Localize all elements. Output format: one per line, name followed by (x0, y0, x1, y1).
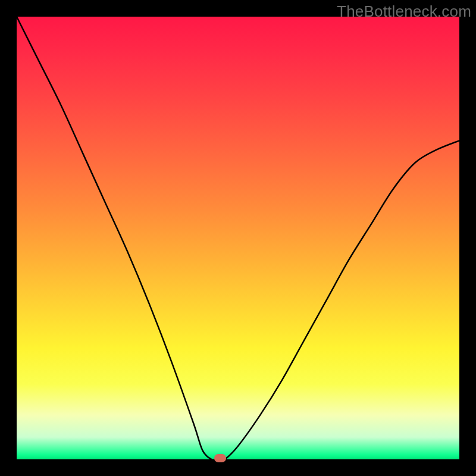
chart-plot-area (17, 17, 459, 459)
optimal-point-marker (214, 454, 226, 462)
watermark-text: TheBottleneck.com (337, 2, 471, 21)
bottleneck-curve (17, 17, 459, 459)
chart-frame: TheBottleneck.com (0, 0, 476, 476)
curve-path (17, 17, 459, 459)
